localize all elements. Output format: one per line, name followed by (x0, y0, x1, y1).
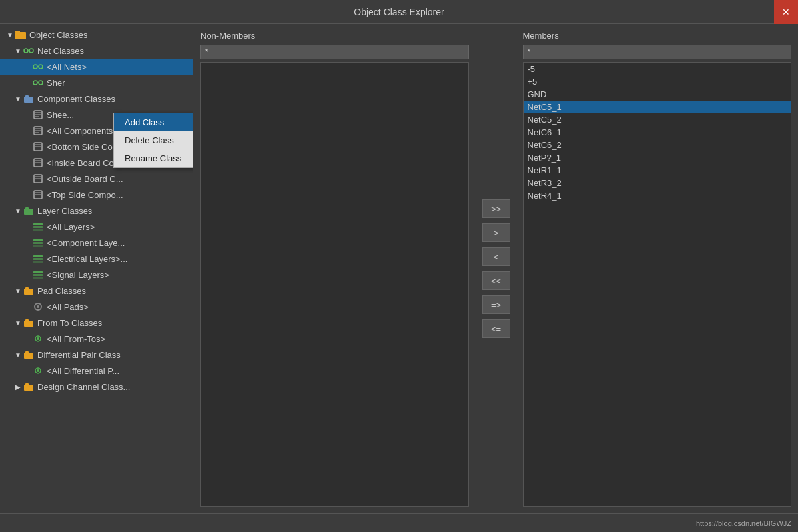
svg-rect-39 (33, 242, 43, 244)
all-pads-icon (32, 301, 44, 313)
move-right-button[interactable]: > (482, 223, 510, 242)
elec-layers-icon (32, 253, 44, 265)
svg-point-54 (37, 337, 39, 340)
tree-panel[interactable]: ▼ Object Classes ▼ Net Classes (0, 24, 193, 513)
svg-rect-51 (24, 321, 33, 327)
member-item[interactable]: NetC5_2 (524, 113, 791, 126)
expand-icon-root: ▼ (5, 31, 15, 39)
sheet-icon (32, 109, 44, 121)
tree-item-comp-classes[interactable]: ▼ Component Classes (0, 91, 193, 107)
svg-rect-38 (33, 239, 43, 241)
design-channel-label: Design Channel Class... (37, 382, 130, 392)
main-window: Object Class Explorer ✕ ▼ Object Classes… (0, 0, 798, 532)
layer-classes-label: Layer Classes (37, 206, 92, 216)
svg-rect-43 (33, 261, 43, 263)
tree-item-net-classes[interactable]: ▼ Net Classes (0, 43, 193, 59)
move-all-left-button[interactable]: << (482, 271, 510, 290)
member-item[interactable]: NetC6_2 (524, 139, 791, 151)
title-bar: Object Class Explorer ✕ (0, 0, 798, 24)
svg-point-3 (29, 49, 33, 53)
context-menu-add-class[interactable]: Add Class (114, 113, 193, 131)
transfer-buttons-column: >> > < << => <= (476, 24, 516, 513)
svg-point-6 (39, 65, 43, 69)
svg-rect-41 (33, 255, 43, 257)
member-item[interactable]: NetP?_1 (524, 151, 791, 164)
member-item[interactable]: +5 (524, 75, 791, 88)
non-members-list[interactable] (200, 62, 469, 507)
svg-rect-55 (24, 353, 33, 359)
member-item[interactable]: GND (524, 88, 791, 101)
members-title: Members (523, 31, 792, 41)
member-item[interactable]: NetR4_1 (524, 189, 791, 202)
svg-rect-36 (33, 226, 43, 228)
svg-rect-37 (33, 229, 43, 231)
members-list[interactable]: -5+5GNDNetC5_1NetC5_2NetC6_1NetC6_2NetP?… (523, 62, 792, 507)
tree-item-pad-classes[interactable]: ▼ Pad Classes (0, 283, 193, 299)
outside-board-label: <Outside Board C... (47, 174, 123, 184)
right-panels: Non-Members >> > < << => <= Members (193, 24, 798, 513)
tree-item-all-layers[interactable]: <All Layers> (0, 219, 193, 235)
close-button[interactable]: ✕ (774, 0, 798, 24)
all-comps-icon (32, 125, 44, 137)
non-members-panel: Non-Members (193, 24, 476, 513)
svg-point-2 (24, 49, 28, 53)
signal-layers-icon (32, 269, 44, 281)
svg-rect-12 (25, 95, 29, 97)
sher-icon (32, 77, 44, 89)
all-nets-label: <All Nets> (47, 62, 87, 72)
tree-item-outside-board[interactable]: <Outside Board C... (0, 171, 193, 187)
all-fromtos-label: <All From-Tos> (47, 334, 105, 344)
all-comps-label: <All Components> (47, 126, 118, 136)
tree-item-top-side[interactable]: <Top Side Compo... (0, 187, 193, 203)
comp-classes-label: Component Classes (37, 94, 115, 104)
tree-item-signal-layers[interactable]: <Signal Layers> (0, 267, 193, 283)
bottom-bar: https://blog.csdn.net/BIGWJZ (0, 513, 798, 532)
all-diffpairs-icon (32, 365, 44, 377)
url-label: https://blog.csdn.net/BIGWJZ (696, 519, 791, 527)
tree-item-sher[interactable]: Sher (0, 75, 193, 91)
svg-rect-0 (15, 32, 26, 39)
tree-item-comp-layers[interactable]: <Component Laye... (0, 235, 193, 251)
tree-item-all-diffpairs[interactable]: <All Differential P... (0, 363, 193, 379)
context-menu-rename-class[interactable]: Rename Class (114, 149, 193, 167)
svg-rect-47 (24, 289, 33, 295)
tree-item-fromto-classes[interactable]: ▼ From To Classes (0, 315, 193, 331)
move-left-eq-button[interactable]: <= (482, 319, 510, 338)
fromto-classes-label: From To Classes (37, 318, 102, 328)
tree-item-all-nets[interactable]: <All Nets> (0, 59, 193, 75)
member-item[interactable]: NetC6_1 (524, 126, 791, 139)
tree-item-design-channel[interactable]: ▶ Design Channel Class... (0, 379, 193, 395)
tree-item-diffpair-classes[interactable]: ▼ Differential Pair Class (0, 347, 193, 363)
non-members-filter[interactable] (200, 45, 469, 59)
pad-classes-label: Pad Classes (37, 286, 86, 296)
tree-item-elec-layers[interactable]: <Electrical Layers>... (0, 251, 193, 267)
bottom-side-icon (32, 141, 44, 153)
context-menu-delete-class[interactable]: Delete Class (114, 131, 193, 149)
tree-item-layer-classes[interactable]: ▼ Layer Classes (0, 203, 193, 219)
tree-item-all-fromtos[interactable]: <All From-Tos> (0, 331, 193, 347)
pad-classes-icon (23, 285, 35, 297)
design-channel-icon (23, 381, 35, 393)
member-item[interactable]: NetC5_1 (524, 101, 791, 113)
tree-root-label: Object Classes (29, 30, 87, 40)
panels-row: Non-Members >> > < << => <= Members (193, 24, 798, 513)
svg-rect-42 (33, 258, 43, 260)
move-left-button[interactable]: < (482, 247, 510, 266)
svg-rect-11 (24, 97, 33, 103)
net-classes-label: Net Classes (37, 46, 84, 56)
folder-icon-root (15, 29, 27, 41)
members-filter[interactable] (523, 45, 792, 59)
expand-icon-net-classes: ▼ (13, 47, 23, 55)
member-item[interactable]: NetR1_1 (524, 164, 791, 177)
context-menu: Add Class Delete Class Rename Class (113, 113, 193, 168)
tree-root[interactable]: ▼ Object Classes (0, 27, 193, 43)
elec-layers-label: <Electrical Layers>... (47, 254, 127, 264)
move-all-right-button[interactable]: >> (482, 199, 510, 218)
move-right-eq-button[interactable]: => (482, 295, 510, 314)
svg-rect-59 (24, 385, 33, 391)
signal-layers-label: <Signal Layers> (47, 270, 109, 280)
member-item[interactable]: -5 (524, 63, 791, 75)
all-pads-label: <All Pads> (47, 302, 89, 312)
tree-item-all-pads[interactable]: <All Pads> (0, 299, 193, 315)
member-item[interactable]: NetR3_2 (524, 177, 791, 189)
